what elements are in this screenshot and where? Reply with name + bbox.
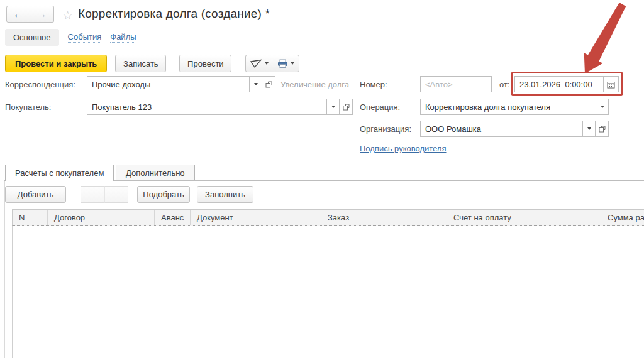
forward-arrow-icon: → [37,9,47,20]
page-title: Корректировка долга (создание) * [78,7,270,21]
calendar-icon [607,80,615,89]
buyer-dropdown-button[interactable] [326,99,340,115]
move-down-button[interactable] [104,186,128,203]
back-button[interactable]: ← [6,6,30,23]
dtkt-icon [250,59,262,68]
operation-label: Операция: [360,102,400,112]
debt-increase-hint: Увеличение долга [280,80,349,89]
forward-button[interactable]: → [30,6,54,23]
date-field [514,76,619,92]
correspondence-input[interactable] [87,76,249,92]
pick-button[interactable]: Подобрать [137,186,190,203]
main-tab-files[interactable]: Файлы [110,32,136,43]
main-tab-events[interactable]: События [68,32,102,43]
organization-field [420,121,609,137]
main-tab-general[interactable]: Основное [5,29,59,46]
dtkt-button[interactable] [245,55,272,72]
back-arrow-icon: ← [13,9,23,20]
date-input[interactable] [514,76,603,92]
organization-dropdown-button[interactable] [582,121,596,137]
chevron-down-icon [254,83,258,85]
chevron-down-icon [601,106,604,108]
open-link-icon [599,126,606,133]
post-button[interactable]: Провести [179,55,231,72]
operation-input[interactable] [420,99,596,115]
header-cell-contract[interactable]: Договор [48,210,155,225]
move-row-group [80,186,128,203]
detail-panel-border [4,181,5,358]
header-cell-number[interactable]: N [13,210,48,225]
open-link-icon [343,104,350,111]
header-cell-order[interactable]: Заказ [321,210,447,225]
operation-dropdown-button[interactable] [596,99,609,115]
move-up-button[interactable] [80,186,104,203]
buyer-field [87,99,353,115]
correspondence-dropdown-button[interactable] [249,76,262,92]
number-label: Номер: [360,80,387,89]
document-toolbar: Провести и закрыть Записать Провести [5,55,299,72]
correspondence-label: Корреспонденция: [5,80,75,89]
date-label: от: [499,80,510,89]
chevron-down-icon [331,106,335,108]
chevron-down-icon [265,62,269,65]
number-input[interactable] [420,76,492,92]
organization-open-button[interactable] [596,121,609,137]
header-cell-amount[interactable]: Сумма ра [601,210,644,225]
chevron-down-icon [587,127,591,130]
buyer-label: Покупатель: [5,102,51,112]
annotation-arrow [560,3,629,78]
post-and-close-button[interactable]: Провести и закрыть [5,55,107,72]
organization-input[interactable] [420,121,582,137]
table-empty-row[interactable] [13,226,644,247]
add-row-button[interactable]: Добавить [5,186,66,203]
signature-link[interactable]: Подпись руководителя [360,144,447,153]
buyer-open-button[interactable] [340,99,353,115]
main-tabbar: Основное События Файлы [5,29,136,46]
fill-button[interactable]: Заполнить [197,186,253,203]
detail-tab-additional[interactable]: Дополнительно [116,165,195,180]
nav-history-group: ← → [6,6,54,23]
chevron-down-icon [291,62,294,65]
header-cell-invoice[interactable]: Счет на оплату [447,210,601,225]
detail-tab-settlements[interactable]: Расчеты с покупателем [5,165,114,181]
open-link-icon [265,81,272,88]
correspondence-field [87,76,275,92]
operation-field [420,99,609,115]
buyer-input[interactable] [87,99,326,115]
print-icon [277,59,288,68]
write-button[interactable]: Записать [115,55,166,72]
favorite-star-icon[interactable]: ☆ [62,8,73,23]
number-field [420,76,492,92]
correspondence-open-button[interactable] [262,76,275,92]
organization-label: Организация: [360,124,411,134]
table-header: N Договор Аванс Документ Заказ Счет на о… [12,209,644,226]
calendar-button[interactable] [603,76,619,92]
debt-adjustment-window: ← → ☆ Корректировка долга (создание) * О… [0,0,644,358]
header-cell-advance[interactable]: Аванс [155,210,191,225]
print-button[interactable] [272,55,299,72]
header-cell-document[interactable]: Документ [191,210,321,225]
